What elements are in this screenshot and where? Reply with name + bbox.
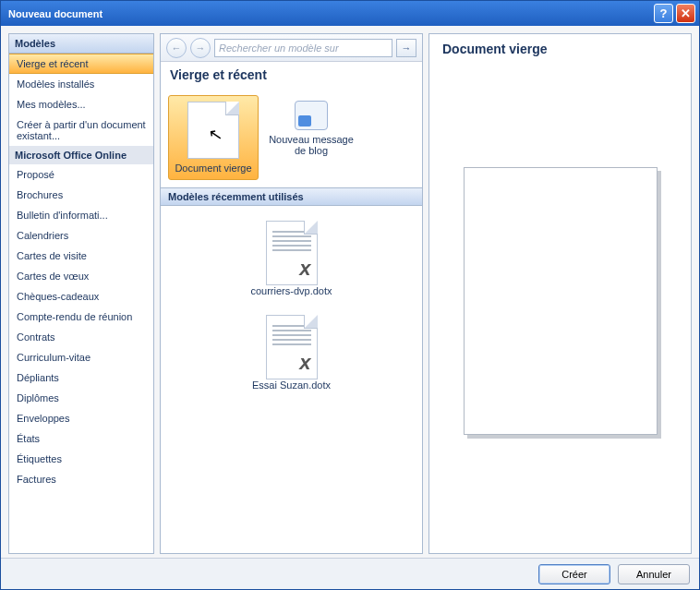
arrow-left-icon: ← <box>172 42 182 54</box>
sidebar-header: Modèles <box>9 34 153 54</box>
sidebar-item[interactable]: Dépliants <box>9 367 153 388</box>
sidebar-item[interactable]: Bulletin d'informati... <box>9 205 153 225</box>
arrow-right-icon: → <box>402 42 412 54</box>
sidebar-item[interactable]: Cartes de vœux <box>9 266 153 286</box>
dialog-body: Modèles Vierge et récent Modèles install… <box>1 26 699 558</box>
sidebar-item-from-existing[interactable]: Créer à partir d'un document existant... <box>9 114 153 146</box>
template-blank-document[interactable]: ↖ Document vierge <box>168 95 259 180</box>
nav-back-button[interactable]: ← <box>166 38 187 58</box>
sidebar-item[interactable]: Chèques-cadeaux <box>9 286 153 307</box>
search-input[interactable]: Rechercher un modèle sur <box>214 39 392 57</box>
window-controls: ? ✕ <box>654 4 695 23</box>
recent-template-item[interactable]: x Essai Suzan.dotx <box>166 306 416 400</box>
search-go-button[interactable]: → <box>396 39 416 57</box>
preview-title: Document vierge <box>439 42 682 56</box>
sidebar-item-my-templates[interactable]: Mes modèles... <box>9 94 153 114</box>
help-button[interactable]: ? <box>654 4 673 23</box>
cancel-button[interactable]: Annuler <box>618 564 690 584</box>
template-label: Document vierge <box>175 163 251 174</box>
templates-sidebar[interactable]: Modèles Vierge et récent Modèles install… <box>8 33 154 554</box>
blank-page-preview <box>464 167 658 435</box>
center-toolbar: ← → Rechercher un modèle sur → <box>161 34 422 62</box>
create-button[interactable]: Créer <box>538 564 610 584</box>
window-title: Nouveau document <box>8 8 103 19</box>
sidebar-item[interactable]: Brochures <box>9 185 153 205</box>
blog-post-icon <box>295 101 328 130</box>
close-button[interactable]: ✕ <box>676 4 695 23</box>
sidebar-item[interactable]: Enveloppes <box>9 408 153 428</box>
sidebar-subheader-online: Microsoft Office Online <box>9 146 153 164</box>
templates-center: ← → Rechercher un modèle sur → Vierge et… <box>160 33 423 554</box>
dialog-footer: Créer Annuler <box>1 558 699 589</box>
dotx-file-icon: x <box>266 221 318 285</box>
sidebar-item[interactable]: Proposé <box>9 164 153 185</box>
sidebar-item[interactable]: Compte-rendu de réunion <box>9 307 153 327</box>
sidebar-item[interactable]: Contrats <box>9 327 153 347</box>
sidebar-item[interactable]: États <box>9 428 153 449</box>
preview-area <box>439 56 682 546</box>
templates-row: ↖ Document vierge Nouveau message de blo… <box>161 88 422 187</box>
recent-templates-header: Modèles récemment utilisés <box>161 187 422 206</box>
sidebar-item[interactable]: Curriculum-vitae <box>9 347 153 367</box>
blank-document-icon: ↖ <box>187 102 239 159</box>
sidebar-item[interactable]: Calendriers <box>9 225 153 246</box>
sidebar-item[interactable]: Diplômes <box>9 388 153 408</box>
recent-template-item[interactable]: x courriers-dvp.dotx <box>166 211 416 306</box>
template-blog-post[interactable]: Nouveau message de blog <box>266 95 356 180</box>
dotx-file-icon: x <box>266 315 318 379</box>
arrow-right-icon: → <box>196 42 206 54</box>
recent-template-label: courriers-dvp.dotx <box>250 285 332 296</box>
new-document-dialog: Nouveau document ? ✕ Modèles Vierge et r… <box>0 0 700 590</box>
recent-templates-list: x courriers-dvp.dotx x Essai Suzan.dotx <box>161 206 422 553</box>
section-title: Vierge et récent <box>161 62 422 88</box>
sidebar-item[interactable]: Factures <box>9 469 153 489</box>
preview-panel: Document vierge <box>428 33 692 554</box>
titlebar: Nouveau document ? ✕ <box>1 1 699 26</box>
template-label: Nouveau message de blog <box>268 134 355 156</box>
recent-template-label: Essai Suzan.dotx <box>252 379 331 391</box>
cursor-icon: ↖ <box>207 124 224 146</box>
nav-forward-button[interactable]: → <box>190 38 211 58</box>
sidebar-item[interactable]: Cartes de visite <box>9 246 153 266</box>
sidebar-item-blank-recent[interactable]: Vierge et récent <box>9 54 153 74</box>
sidebar-item[interactable]: Étiquettes <box>9 449 153 469</box>
sidebar-item-installed[interactable]: Modèles installés <box>9 74 153 94</box>
